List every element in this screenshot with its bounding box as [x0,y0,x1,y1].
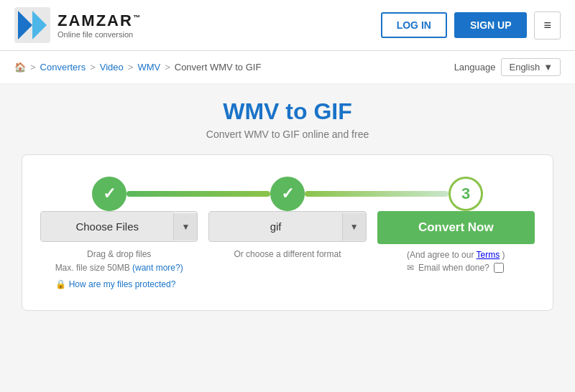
breadcrumb-sep-1: > [30,62,36,73]
page-title: WMV to GIF [22,98,553,125]
drag-drop-text: Drag & drop files [55,248,183,261]
language-selected: English [509,62,540,73]
logo-text: ZAMZAR™ Online file conversion [58,11,142,39]
format-info: Or choose a different format [234,248,341,261]
language-arrow-icon: ▼ [543,62,553,73]
header-actions: LOG IN SIGN UP ≡ [381,11,561,39]
email-row: ✉ Email when done? [407,263,505,273]
breadcrumb-wmv[interactable]: WMV [137,62,160,73]
language-dropdown[interactable]: English ▼ [501,58,561,76]
convert-info: (And agree to our Terms ) ✉ Email when d… [407,250,505,273]
email-checkbox[interactable] [494,263,504,273]
choose-files-button[interactable]: Choose Files ▼ [40,211,198,242]
choose-files-col: Choose Files ▼ Drag & drop files Max. fi… [40,211,198,292]
converter-card: ✓ ✓ 3 Choose Files ▼ Drag & drop files [22,154,553,311]
signup-button[interactable]: SIGN UP [454,12,528,38]
lock-icon: 🔒 [55,278,66,291]
step-connector-left [126,191,270,197]
step-3-circle: 3 [448,177,483,211]
envelope-icon: ✉ [407,263,414,273]
actions-row: Choose Files ▼ Drag & drop files Max. fi… [40,211,535,292]
step-2-label: ✓ [281,185,294,203]
choose-files-info: Drag & drop files Max. file size 50MB (w… [55,248,183,292]
breadcrumb-home[interactable]: 🏠 [14,62,26,73]
choose-files-main-button[interactable]: Choose Files [41,212,173,241]
email-label: Email when done? [418,263,489,273]
format-arrow-icon[interactable]: ▼ [342,213,366,241]
terms-link[interactable]: Terms [477,250,500,260]
login-button[interactable]: LOG IN [381,12,447,38]
breadcrumb-converters[interactable]: Converters [40,62,86,73]
convert-col: Convert Now (And agree to our Terms ) ✉ … [377,211,535,273]
step-1-circle: ✓ [92,177,126,211]
logo-area: ZAMZAR™ Online file conversion [14,7,142,43]
file-protection-link[interactable]: 🔒 How are my files protected? [55,278,183,291]
main-content: WMV to GIF Convert WMV to GIF online and… [0,84,575,325]
breadcrumb-bar: 🏠 > Converters > Video > WMV > Convert W… [0,51,575,84]
format-col: gif ▼ Or choose a different format [208,211,366,261]
steps-bar: ✓ ✓ 3 [40,177,535,211]
logo-name: ZAMZAR™ [58,11,142,30]
breadcrumb-current: Convert WMV to GIF [175,62,262,73]
step-2-circle: ✓ [270,177,305,211]
page-subtitle: Convert WMV to GIF online and free [22,129,553,140]
step-1-label: ✓ [103,185,116,203]
language-label: Language [454,62,496,73]
zamzar-logo-icon [14,7,50,43]
terms-text: (And agree to our Terms ) [407,250,505,260]
format-button[interactable]: gif ▼ [208,211,366,242]
convert-now-button[interactable]: Convert Now [377,211,535,244]
step-connector-right [305,191,448,197]
max-size-text: Max. file size 50MB (want more?) [55,261,183,275]
choose-files-arrow-icon[interactable]: ▼ [173,213,197,241]
format-hint-text: Or choose a different format [234,248,341,261]
menu-button[interactable]: ≡ [534,11,561,39]
breadcrumb: 🏠 > Converters > Video > WMV > Convert W… [14,62,261,73]
breadcrumb-video[interactable]: Video [100,62,124,73]
breadcrumb-sep-2: > [90,62,96,73]
want-more-link[interactable]: (want more?) [132,263,183,273]
language-selector: Language English ▼ [454,58,561,76]
header: ZAMZAR™ Online file conversion LOG IN SI… [0,0,575,51]
logo-subtitle: Online file conversion [58,30,142,39]
step-3-label: 3 [461,185,470,203]
format-main-button[interactable]: gif [209,212,341,241]
breadcrumb-sep-3: > [128,62,134,73]
breadcrumb-sep-4: > [165,62,170,73]
